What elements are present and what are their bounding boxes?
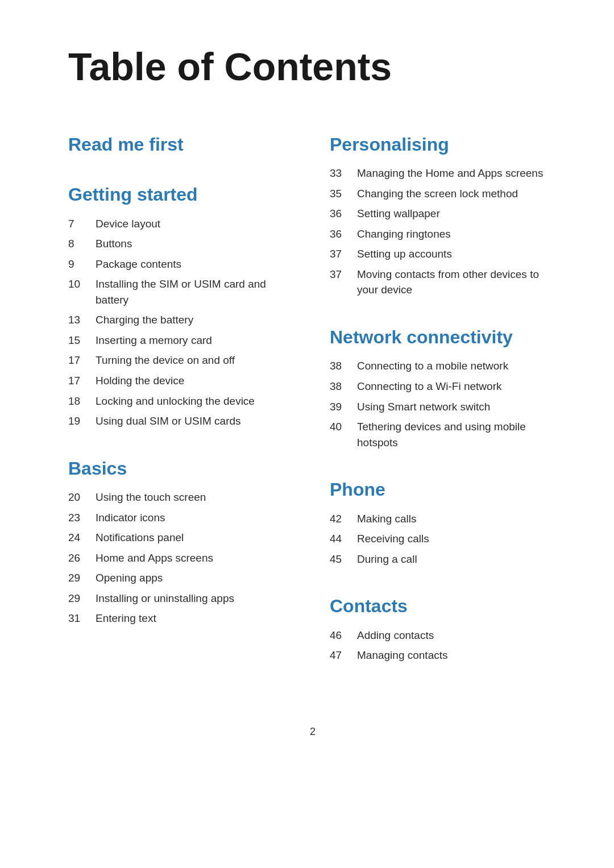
list-item: 29 Installing or uninstalling apps [68,591,296,607]
item-text: Installing the SIM or USIM card and batt… [96,276,296,308]
left-column: Read me first Getting started 7 Device l… [68,134,296,692]
list-item: 9 Package contents [68,256,296,272]
page-num: 38 [330,379,357,394]
list-item: 37 Setting up accounts [330,246,557,262]
list-item: 35 Changing the screen lock method [330,186,557,202]
item-text: Opening apps [96,570,163,586]
list-item: 23 Indicator icons [68,510,296,526]
page-num: 23 [68,510,96,526]
item-text: Changing the screen lock method [357,186,518,202]
item-text: Setting up accounts [357,246,452,262]
list-item: 47 Managing contacts [330,647,557,663]
list-item: 17 Turning the device on and off [68,352,296,368]
item-text: Managing contacts [357,647,448,663]
page-num: 13 [68,312,96,328]
getting-started-list: 7 Device layout 8 Buttons 9 Package cont… [68,216,296,429]
right-column: Personalising 33 Managing the Home and A… [330,134,557,692]
page-num: 45 [330,551,357,567]
page-num: 44 [330,531,357,547]
list-item: 46 Adding contacts [330,628,557,643]
page-num: 37 [330,246,357,262]
phone-list: 42 Making calls 44 Receiving calls 45 Du… [330,511,557,567]
page-num: 35 [330,186,357,202]
section-getting-started: Getting started 7 Device layout 8 Button… [68,184,296,429]
item-text: Installing or uninstalling apps [96,591,234,607]
list-item: 36 Setting wallpaper [330,206,557,222]
item-text: Turning the device on and off [96,352,235,368]
list-item: 10 Installing the SIM or USIM card and b… [68,276,296,308]
page-num: 10 [68,276,96,292]
contacts-list: 46 Adding contacts 47 Managing contacts [330,628,557,663]
page-num: 7 [68,216,96,232]
item-text: Managing the Home and Apps screens [357,165,543,181]
list-item: 31 Entering text [68,610,296,626]
page-num: 36 [330,206,357,222]
item-text: Connecting to a mobile network [357,358,508,374]
list-item: 19 Using dual SIM or USIM cards [68,413,296,429]
list-item: 26 Home and Apps screens [68,550,296,566]
basics-list: 20 Using the touch screen 23 Indicator i… [68,489,296,626]
page-num: 29 [68,591,96,607]
page-num: 46 [330,628,357,643]
item-text: Entering text [96,610,156,626]
personalising-list: 33 Managing the Home and Apps screens 35… [330,165,557,298]
page-num: 38 [330,358,357,374]
page-num: 8 [68,236,96,252]
item-text: During a call [357,551,417,567]
item-text: Notifications panel [96,530,184,546]
page-num: 24 [68,530,96,546]
page-num: 20 [68,489,96,505]
list-item: 38 Connecting to a mobile network [330,358,557,374]
section-personalising: Personalising 33 Managing the Home and A… [330,134,557,298]
item-text: Setting wallpaper [357,206,440,222]
item-text: Indicator icons [96,510,165,526]
section-title-basics: Basics [68,458,296,479]
section-network-connectivity: Network connectivity 38 Connecting to a … [330,326,557,450]
item-text: Package contents [96,256,181,272]
list-item: 42 Making calls [330,511,557,527]
item-text: Home and Apps screens [96,550,213,566]
list-item: 39 Using Smart network switch [330,399,557,415]
item-text: Tethering devices and using mobile hotsp… [357,419,557,450]
section-basics: Basics 20 Using the touch screen 23 Indi… [68,458,296,626]
page-num: 33 [330,165,357,181]
list-item: 17 Holding the device [68,373,296,389]
list-item: 7 Device layout [68,216,296,232]
network-list: 38 Connecting to a mobile network 38 Con… [330,358,557,450]
item-text: Changing ringtones [357,226,451,242]
page-num: 29 [68,570,96,586]
item-text: Using dual SIM or USIM cards [96,413,241,429]
page-num: 31 [68,610,96,626]
item-text: Moving contacts from other devices to yo… [357,267,557,298]
page-num: 39 [330,399,357,415]
item-text: Device layout [96,216,160,232]
item-text: Inserting a memory card [96,333,212,348]
page-num: 36 [330,226,357,242]
section-title-phone: Phone [330,479,557,500]
page-title: Table of Contents [68,45,557,88]
item-text: Making calls [357,511,417,527]
section-title-getting-started: Getting started [68,184,296,205]
list-item: 36 Changing ringtones [330,226,557,242]
item-text: Charging the battery [96,312,193,328]
page-num: 26 [68,550,96,566]
page-num: 40 [330,419,357,435]
page-num: 9 [68,256,96,272]
section-contacts: Contacts 46 Adding contacts 47 Managing … [330,595,557,663]
list-item: 33 Managing the Home and Apps screens [330,165,557,181]
page-num: 15 [68,333,96,348]
item-text: Locking and unlocking the device [96,393,255,409]
page-num: 47 [330,647,357,663]
list-item: 18 Locking and unlocking the device [68,393,296,409]
item-text: Using the touch screen [96,489,206,505]
list-item: 44 Receiving calls [330,531,557,547]
section-phone: Phone 42 Making calls 44 Receiving calls… [330,479,557,567]
item-text: Adding contacts [357,628,434,643]
item-text: Holding the device [96,373,184,389]
section-title-read-me-first: Read me first [68,134,296,155]
section-read-me-first: Read me first [68,134,296,155]
content-columns: Read me first Getting started 7 Device l… [68,134,557,692]
item-text: Buttons [96,236,132,252]
list-item: 24 Notifications panel [68,530,296,546]
section-title-personalising: Personalising [330,134,557,155]
